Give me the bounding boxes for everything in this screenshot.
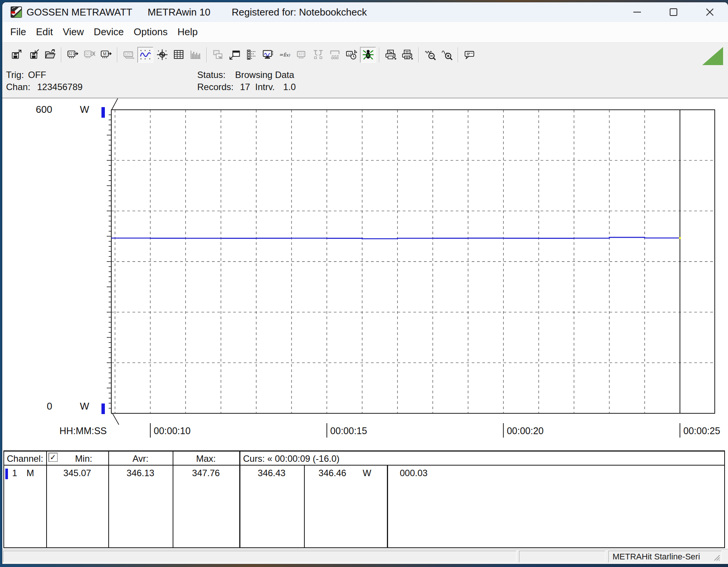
- device-config-button: 321: [293, 47, 309, 63]
- desktop-wallpaper: GOSSEN METRAWATT METRAwin 10 Registered …: [0, 0, 728, 567]
- svg-text:321: 321: [298, 52, 304, 56]
- read-memory-button[interactable]: M: [98, 47, 114, 63]
- x-tick-label: 00:00:25: [683, 425, 720, 436]
- header-channel: Channel:: [7, 453, 43, 464]
- menu-item-file[interactable]: File: [5, 22, 31, 42]
- table-col-divider: [46, 450, 47, 548]
- formula-icon: =f(x): [279, 48, 291, 61]
- status-pane-middle: [519, 551, 605, 562]
- cell-cursor2-value: 346.46: [304, 468, 361, 478]
- close-button[interactable]: [692, 2, 728, 22]
- x-tick-label: 00:00:15: [330, 425, 367, 436]
- zoom-in-icon: [441, 48, 453, 61]
- toolbar-separator: [418, 47, 419, 62]
- menu-item-view[interactable]: View: [58, 22, 89, 42]
- channel-visible-checkbox[interactable]: ✓: [48, 453, 58, 462]
- menu-bar: FileEditViewDeviceOptionsHelp: [2, 22, 728, 42]
- cell-max: 347.76: [173, 468, 239, 478]
- cell-cursor2-unit: W: [363, 468, 371, 478]
- zoom-in-button[interactable]: [439, 47, 455, 63]
- window-export-icon: [229, 48, 241, 61]
- menu-item-help[interactable]: Help: [173, 22, 203, 42]
- hint-button[interactable]: [461, 47, 477, 63]
- zoom-out-button[interactable]: [422, 47, 438, 63]
- cell-cursor1-value: 346.43: [239, 468, 304, 478]
- app-logo-icon: [11, 6, 22, 18]
- open-file-button[interactable]: [42, 47, 58, 63]
- cell-cursor-delta: 000.03: [400, 468, 427, 478]
- window-arrange-icon: [212, 48, 224, 61]
- export-window-button[interactable]: [227, 47, 243, 63]
- cell-channel-mode: M: [27, 468, 34, 478]
- svg-text:321: 321: [84, 51, 91, 56]
- y-axis-min-label: 0: [30, 400, 52, 412]
- print-button[interactable]: [399, 47, 415, 63]
- debug-icon: [362, 48, 374, 61]
- channel-color-marker: [5, 469, 8, 479]
- table-col-divider: [239, 450, 240, 548]
- time-sync-button[interactable]: 12: [343, 47, 359, 63]
- export-file-button[interactable]: [9, 47, 25, 63]
- cell-min: 345.07: [46, 468, 108, 478]
- menu-item-edit[interactable]: Edit: [31, 22, 58, 42]
- maximize-button[interactable]: [655, 2, 692, 22]
- zoom-out-icon: [424, 48, 436, 61]
- svg-text:1257: 1257: [124, 52, 132, 56]
- table-col-divider: [173, 450, 173, 548]
- header-min: Min:: [59, 453, 108, 464]
- scope-view-button[interactable]: [154, 47, 170, 63]
- chan-value: 123456789: [37, 82, 83, 92]
- monitor-view-icon: [262, 48, 274, 61]
- svg-text:321: 321: [68, 51, 75, 56]
- print-preview-button[interactable]: [383, 47, 399, 63]
- numeric-view-button: 1257: [121, 47, 137, 63]
- resize-grip[interactable]: [713, 554, 720, 561]
- caliper-open-icon: [312, 48, 324, 61]
- y-axis-max-label: 600: [30, 104, 52, 115]
- channel-list-button[interactable]: [243, 47, 259, 63]
- header-avr: Avr:: [108, 453, 173, 464]
- chart-view-button[interactable]: [137, 47, 153, 63]
- menu-item-device[interactable]: Device: [89, 22, 129, 42]
- interval-value: 1.0: [283, 82, 296, 92]
- time-sync-icon: 12: [345, 48, 358, 61]
- monitor-button[interactable]: [260, 47, 276, 63]
- table-header-divider: [3, 465, 725, 466]
- debug-button[interactable]: [360, 47, 376, 63]
- numeric-display-icon: 1257: [123, 48, 135, 61]
- print-icon: [401, 48, 414, 61]
- trig-label: Trig:: [6, 70, 24, 80]
- acquisition-status-panel: Trig: OFF Chan: 123456789 Status: Browsi…: [2, 67, 728, 98]
- chart-view-icon: [139, 48, 152, 61]
- status-pane-left: [3, 551, 516, 562]
- arrange-windows-button: [210, 47, 226, 63]
- formula-button[interactable]: =f(x): [277, 47, 293, 63]
- header-cursor: Curs: « 00:00:09 (-16.0): [243, 453, 340, 464]
- menu-item-options[interactable]: Options: [129, 22, 173, 42]
- cell-channel-number: 1: [12, 468, 17, 478]
- print-preview-icon: [385, 48, 397, 61]
- y-axis-unit-bottom: W: [80, 400, 89, 412]
- cursor-b-button: [327, 47, 343, 63]
- save-file-button[interactable]: [25, 47, 41, 63]
- title-registered: Registered for: Notebookcheck: [232, 2, 367, 22]
- resize-corner-triangle-icon: [702, 47, 723, 65]
- table-view-button[interactable]: [171, 47, 187, 63]
- toolbar-separator: [61, 47, 62, 62]
- histogram-view-icon: [189, 48, 202, 61]
- minimize-button[interactable]: [619, 2, 655, 22]
- disconnect-device-button: 321: [81, 47, 97, 63]
- x-tick-label: 00:00:10: [154, 425, 190, 436]
- device-name: METRAHit Starline-Seri: [613, 552, 700, 561]
- toolbar-separator: [379, 47, 380, 62]
- interval-label: Intrv.: [255, 82, 275, 92]
- hint-icon: [463, 48, 476, 61]
- status-pane-device: METRAHit Starline-Seri: [608, 551, 722, 562]
- read-device-button[interactable]: 321: [65, 47, 81, 63]
- open-file-icon: [44, 48, 56, 61]
- histogram-view-button: [187, 47, 203, 63]
- chart-panel[interactable]: [2, 98, 728, 450]
- y-axis-unit-top: W: [80, 104, 89, 115]
- toolbar-separator: [117, 47, 118, 62]
- toolbar-separator: [206, 47, 207, 62]
